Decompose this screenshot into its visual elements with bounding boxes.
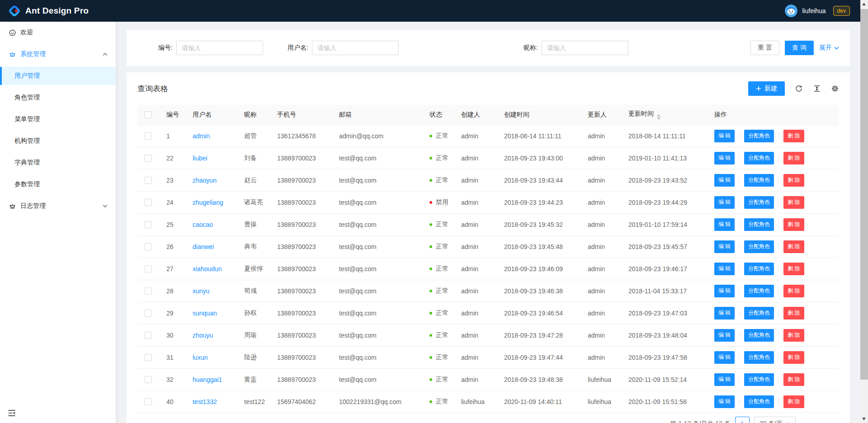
row-checkbox[interactable] [145,155,152,162]
row-select-cell [137,213,159,235]
username-link[interactable]: huanggai1 [193,376,222,383]
sidebar-item-menu-management[interactable]: 菜单管理 [0,110,116,128]
delete-button[interactable]: 删 除 [783,307,804,320]
cell-creator: admin [454,280,497,302]
edit-button[interactable]: 编 辑 [714,152,735,164]
assign-role-button[interactable]: 分配角色 [744,174,774,187]
assign-role-button[interactable]: 分配角色 [744,240,774,253]
row-checkbox[interactable] [145,243,152,250]
edit-button[interactable]: 编 辑 [714,351,735,364]
row-checkbox[interactable] [145,177,152,184]
delete-button[interactable]: 删 除 [783,174,804,187]
reset-button[interactable]: 重 置 [750,41,779,55]
username[interactable]: liufeihua [802,7,826,14]
edit-button[interactable]: 编 辑 [714,218,735,231]
assign-role-button[interactable]: 分配角色 [744,152,774,164]
row-checkbox[interactable] [145,287,152,295]
row-checkbox[interactable] [145,310,152,317]
delete-button[interactable]: 删 除 [783,329,804,342]
row-checkbox[interactable] [145,332,152,339]
sidebar-item-system-management[interactable]: 系统管理 [0,45,116,63]
edit-button[interactable]: 编 辑 [714,196,735,209]
assign-role-button[interactable]: 分配角色 [744,395,774,408]
density-icon[interactable] [813,85,821,93]
delete-button[interactable]: 删 除 [783,152,804,164]
username-link[interactable]: test1332 [193,398,217,405]
edit-button[interactable]: 编 辑 [714,373,735,386]
row-checkbox[interactable] [145,354,152,361]
edit-button[interactable]: 编 辑 [714,130,735,142]
sidebar-item-user-management[interactable]: 用户管理 [0,67,116,85]
sidebar-item-welcome[interactable]: 欢迎 [0,24,116,42]
username-link[interactable]: luxun [193,354,208,361]
delete-button[interactable]: 删 除 [783,196,804,209]
row-checkbox[interactable] [145,376,152,383]
username-link[interactable]: zhouyu [193,332,213,339]
row-checkbox[interactable] [145,199,152,206]
row-checkbox[interactable] [145,398,152,405]
new-button[interactable]: 新建 [748,81,785,96]
delete-button[interactable]: 删 除 [783,395,804,408]
edit-button[interactable]: 编 辑 [714,395,735,408]
edit-button[interactable]: 编 辑 [714,307,735,320]
expand-link[interactable]: 展开 [819,44,839,52]
menu-fold-icon[interactable] [7,409,16,418]
assign-role-button[interactable]: 分配角色 [744,130,774,142]
sort-icon[interactable] [657,114,660,120]
reload-icon[interactable] [795,85,803,93]
edit-button[interactable]: 编 辑 [714,174,735,187]
row-checkbox[interactable] [145,221,152,228]
edit-button[interactable]: 编 辑 [714,263,735,275]
row-checkbox[interactable] [145,265,152,273]
sidebar-item-role-management[interactable]: 角色管理 [0,89,116,107]
user-avatar[interactable] [785,5,797,17]
assign-role-button[interactable]: 分配角色 [744,373,774,386]
delete-button[interactable]: 删 除 [783,240,804,253]
username-link[interactable]: xunyu [193,287,209,295]
sidebar-item-param-management[interactable]: 参数管理 [0,175,116,193]
assign-role-button[interactable]: 分配角色 [744,263,774,275]
delete-button[interactable]: 删 除 [783,218,804,231]
vertical-scrollbar[interactable] [860,0,868,423]
column-header[interactable]: 更新时间 [621,105,707,125]
settings-icon[interactable] [831,85,839,93]
sidebar-item-log-management[interactable]: 日志管理 [0,197,116,215]
cell-updated: 2018-08-14 11:11:11 [621,125,707,147]
username-link[interactable]: admin [193,132,210,140]
logo[interactable]: Ant Design Pro [8,5,89,17]
delete-button[interactable]: 删 除 [783,263,804,275]
assign-role-button[interactable]: 分配角色 [744,285,774,297]
assign-role-button[interactable]: 分配角色 [744,218,774,231]
username-link[interactable]: sunquan [193,310,217,317]
assign-role-button[interactable]: 分配角色 [744,196,774,209]
delete-button[interactable]: 删 除 [783,373,804,386]
edit-button[interactable]: 编 辑 [714,329,735,342]
sidebar-item-dict-management[interactable]: 字典管理 [0,154,116,172]
scrollbar-thumb[interactable] [860,9,868,380]
assign-role-button[interactable]: 分配角色 [744,329,774,342]
edit-button[interactable]: 编 辑 [714,285,735,297]
nickname-input[interactable] [542,41,628,55]
row-checkbox[interactable] [145,132,152,140]
select-all-checkbox[interactable] [145,111,152,118]
scrollbar-up-arrow[interactable] [860,0,868,8]
username-link[interactable]: zhaoyun [193,177,217,184]
edit-button[interactable]: 编 辑 [714,240,735,253]
username-link[interactable]: dianwei [193,243,214,250]
query-button[interactable]: 查 询 [785,41,814,55]
username-link[interactable]: zhugeliang [193,199,223,206]
page-1-button[interactable]: 1 [735,417,750,423]
username-input[interactable] [312,41,399,55]
scrollbar-down-arrow[interactable] [860,415,868,423]
username-link[interactable]: liubei [193,155,208,162]
page-size-select[interactable]: 20 条/页 [754,417,796,423]
username-link[interactable]: caocao [193,221,213,228]
assign-role-button[interactable]: 分配角色 [744,351,774,364]
username-link[interactable]: xiahoudun [193,265,222,273]
sidebar-item-org-management[interactable]: 机构管理 [0,132,116,150]
assign-role-button[interactable]: 分配角色 [744,307,774,320]
id-input[interactable] [176,41,263,55]
delete-button[interactable]: 删 除 [783,285,804,297]
delete-button[interactable]: 删 除 [783,351,804,364]
delete-button[interactable]: 删 除 [783,130,804,142]
